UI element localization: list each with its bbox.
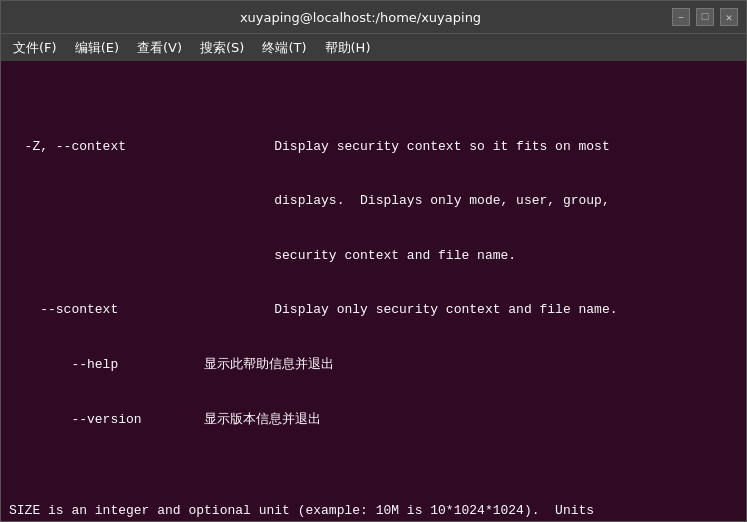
title-bar-controls: – □ ✕	[672, 8, 738, 26]
term-line-2: displays. Displays only mode, user, grou…	[9, 192, 738, 210]
menu-help[interactable]: 帮助(H)	[317, 37, 379, 59]
terminal-window: xuyaping@localhost:/home/xuyaping – □ ✕ …	[0, 0, 747, 522]
minimize-button[interactable]: –	[672, 8, 690, 26]
title-bar: xuyaping@localhost:/home/xuyaping – □ ✕	[1, 1, 746, 33]
maximize-button[interactable]: □	[696, 8, 714, 26]
term-line-8: SIZE is an integer and optional unit (ex…	[9, 502, 738, 520]
menu-edit[interactable]: 编辑(E)	[67, 37, 127, 59]
menu-bar: 文件(F) 编辑(E) 查看(V) 搜索(S) 终端(T) 帮助(H)	[1, 33, 746, 61]
term-line-5: --help 显示此帮助信息并退出	[9, 356, 738, 374]
terminal-body[interactable]: -Z, --context Display security context s…	[1, 61, 746, 521]
close-button[interactable]: ✕	[720, 8, 738, 26]
terminal-content: -Z, --context Display security context s…	[9, 101, 738, 521]
title-bar-text: xuyaping@localhost:/home/xuyaping	[49, 10, 672, 25]
menu-file[interactable]: 文件(F)	[5, 37, 65, 59]
term-line-6: --version 显示版本信息并退出	[9, 411, 738, 429]
menu-terminal[interactable]: 终端(T)	[254, 37, 314, 59]
term-line-3: security context and file name.	[9, 247, 738, 265]
menu-search[interactable]: 搜索(S)	[192, 37, 252, 59]
term-line-4: --scontext Display only security context…	[9, 301, 738, 319]
menu-view[interactable]: 查看(V)	[129, 37, 190, 59]
term-line-1: -Z, --context Display security context s…	[9, 138, 738, 156]
